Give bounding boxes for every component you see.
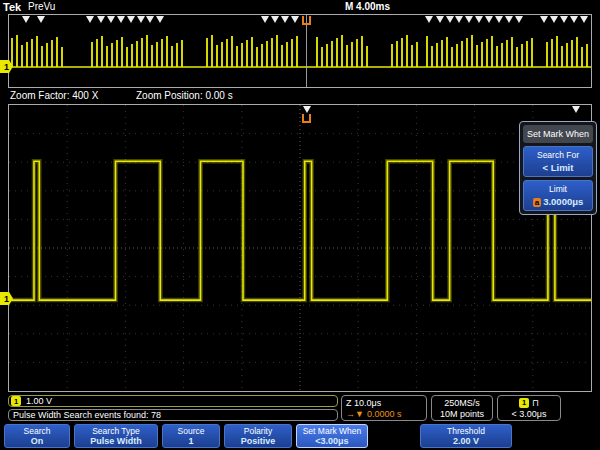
polarity-button[interactable]: PolarityPositive bbox=[224, 424, 292, 448]
sample-rate-readout: 250MS/s 10M points bbox=[431, 395, 493, 421]
record-length-value: 10M points bbox=[440, 409, 484, 419]
tek-logo: Tek bbox=[3, 1, 21, 13]
search-type-button[interactable]: Search TypePulse Width bbox=[74, 424, 158, 448]
delay-time-readout: →▼0.0000 s bbox=[346, 409, 401, 419]
zoom-window-indicator[interactable] bbox=[306, 15, 307, 87]
expansion-point-marker[interactable] bbox=[302, 16, 311, 25]
zoom-scale-value: Z 10.0μs bbox=[346, 398, 381, 408]
zoom-timebase-readout: Z 10.0μs →▼0.0000 s bbox=[341, 395, 427, 421]
delay-arrow-icon: →▼ bbox=[346, 409, 364, 419]
expansion-point-marker-main[interactable] bbox=[302, 114, 311, 123]
overview-waveform bbox=[9, 15, 591, 87]
search-for-button[interactable]: Search For < Limit bbox=[523, 146, 593, 177]
limit-value: a3.0000μs bbox=[525, 196, 591, 207]
oscilloscope-screen: Tek PreVu M 4.00ms 1 Zoom Factor: 400 X … bbox=[0, 0, 600, 450]
channel1-scale-value: 1.00 V bbox=[26, 396, 52, 406]
main-waveform-graticule bbox=[9, 105, 591, 391]
zoom-info-bar: Zoom Factor: 400 X Zoom Position: 0.00 s bbox=[8, 90, 592, 103]
trigger-readout: 1⊓ < 3.00μs bbox=[497, 395, 561, 421]
side-menu-title: Set Mark When bbox=[523, 125, 593, 143]
sample-rate-value: 250MS/s bbox=[444, 398, 480, 408]
channel1-badge-icon: 1 bbox=[11, 396, 21, 406]
zoom-factor-readout: Zoom Factor: 400 X bbox=[10, 90, 98, 101]
source-button[interactable]: Source1 bbox=[162, 424, 220, 448]
search-events-readout: Pulse Width Search events found: 78 bbox=[8, 409, 338, 421]
trigger-source-badge-icon: 1 bbox=[519, 398, 529, 408]
search-on-button[interactable]: SearchOn bbox=[4, 424, 70, 448]
main-timebase-readout: M 4.00ms bbox=[345, 1, 390, 12]
trigger-width-value: < 3.00μs bbox=[512, 409, 547, 419]
search-events-text: Pulse Width Search events found: 78 bbox=[13, 410, 161, 420]
zoom-position-readout: Zoom Position: 0.00 s bbox=[136, 90, 233, 101]
threshold-button[interactable]: Threshold2.00 V bbox=[420, 424, 512, 448]
limit-button[interactable]: Limit a3.0000μs bbox=[523, 180, 593, 211]
limit-label: Limit bbox=[525, 184, 591, 194]
search-for-value: < Limit bbox=[525, 162, 591, 173]
acquisition-status: PreVu bbox=[28, 1, 55, 12]
top-status-bar: Tek PreVu M 4.00ms bbox=[0, 0, 600, 14]
overview-waveform-window[interactable] bbox=[8, 14, 592, 88]
set-mark-when-button[interactable]: Set Mark When<3.00μs bbox=[296, 424, 368, 448]
zoomed-waveform-window[interactable] bbox=[8, 104, 592, 392]
pulse-width-trigger-icon: ⊓ bbox=[532, 398, 539, 408]
multipurpose-knob-a-icon: a bbox=[533, 198, 541, 207]
side-menu-panel: Set Mark When Search For < Limit Limit a… bbox=[519, 121, 597, 215]
channel1-scale-readout: 1 1.00 V bbox=[8, 395, 338, 407]
search-for-label: Search For bbox=[525, 150, 591, 160]
